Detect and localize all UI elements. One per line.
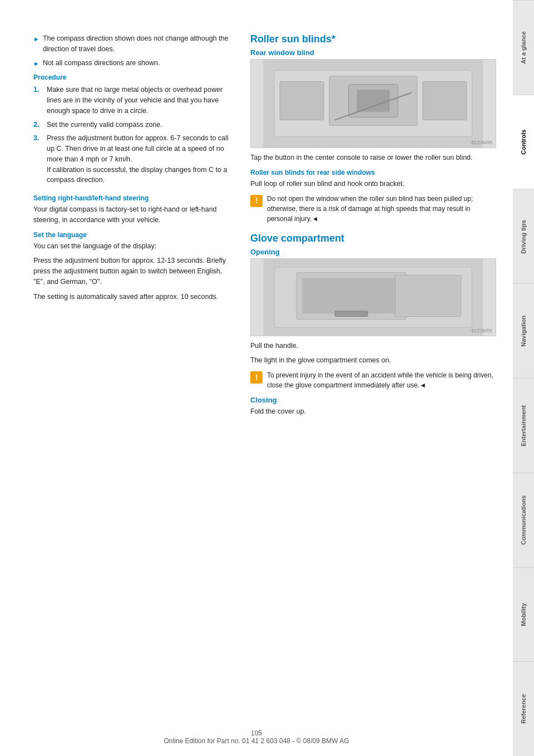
rear-window-description: Tap the button in the center console to … bbox=[250, 153, 496, 163]
rear-side-subtitle: Roller sun blinds for rear side windows bbox=[250, 169, 496, 176]
bullet-arrow-icon: ► bbox=[33, 35, 39, 44]
glove-compartment-title: Glove compartment bbox=[250, 233, 496, 244]
bullet-item-1: ► The compass direction shown does not c… bbox=[33, 33, 234, 55]
svg-rect-5 bbox=[280, 82, 324, 120]
setting-steering-section: Setting right-hand/left-hand steering Yo… bbox=[33, 194, 234, 225]
rear-window-svg bbox=[251, 60, 496, 148]
sidebar-tab-navigation[interactable]: Navigation bbox=[513, 283, 534, 378]
bullet-text-1: The compass direction shown does not cha… bbox=[43, 33, 234, 55]
set-language-body1: You can set the language of the display: bbox=[33, 241, 234, 252]
opening-description-1: Pull the handle. bbox=[250, 341, 496, 351]
set-language-body2: Press the adjustment button for approx. … bbox=[33, 256, 234, 287]
procedure-list: 1. Make sure that no large metal objects… bbox=[33, 85, 234, 185]
page-number: 105 bbox=[251, 729, 262, 737]
opening-subtitle: Opening bbox=[250, 248, 496, 256]
sidebar-tab-communications[interactable]: Communications bbox=[513, 473, 534, 567]
bullet-item-2: ► Not all compass directions are shown. bbox=[33, 58, 234, 68]
glove-compartment-image: 61236/05 bbox=[250, 258, 496, 336]
svg-rect-11 bbox=[302, 278, 400, 313]
svg-rect-12 bbox=[335, 311, 368, 316]
glove-warning-box: ! To prevent injury in the event of an a… bbox=[250, 370, 496, 390]
bullet-text-2: Not all compass directions are shown. bbox=[43, 58, 160, 68]
setting-steering-body: Your digital compass is factory-set to r… bbox=[33, 204, 234, 225]
sidebar-tab-entertainment[interactable]: Entertainment bbox=[513, 378, 534, 473]
glove-compartment-svg bbox=[251, 259, 496, 336]
sidebar-tab-at-a-glance[interactable]: At a glance bbox=[513, 0, 534, 95]
procedure-step-3: 3. Press the adjustment button for appro… bbox=[33, 133, 234, 185]
left-column: ► The compass direction shown does not c… bbox=[33, 33, 234, 734]
svg-rect-6 bbox=[423, 82, 467, 120]
rear-side-description: Pull loop of roller sun blind and hook o… bbox=[250, 179, 496, 189]
bullet-arrow-icon-2: ► bbox=[33, 59, 39, 68]
warning-icon-1: ! bbox=[250, 195, 263, 207]
rear-window-image: 61236/05 bbox=[250, 59, 496, 148]
sidebar: At a glance Controls Driving tips Naviga… bbox=[513, 0, 534, 756]
right-column: Roller sun blinds* Rear window blind bbox=[250, 33, 496, 734]
svg-rect-15 bbox=[395, 275, 461, 316]
copyright-text: Online Edition for Part no. 01 41 2 603 … bbox=[164, 737, 349, 745]
roller-sun-blinds-title: Roller sun blinds* bbox=[250, 33, 496, 45]
svg-rect-4 bbox=[357, 90, 389, 112]
procedure-title: Procedure bbox=[33, 73, 234, 81]
roller-warning-box: ! Do not open the window when the roller… bbox=[250, 194, 496, 224]
closing-description: Fold the cover up. bbox=[250, 406, 496, 417]
image-watermark-1: 61236/05 bbox=[471, 140, 492, 145]
roller-warning-text: Do not open the window when the roller s… bbox=[267, 194, 496, 224]
sidebar-tab-reference[interactable]: Reference bbox=[513, 661, 534, 756]
procedure-step-2: 2. Set the currently valid compass zone. bbox=[33, 120, 234, 130]
rear-window-subtitle: Rear window blind bbox=[250, 48, 496, 57]
glove-warning-text: To prevent injury in the event of an acc… bbox=[267, 370, 496, 390]
setting-steering-title: Setting right-hand/left-hand steering bbox=[33, 194, 234, 202]
sidebar-tab-mobility[interactable]: Mobility bbox=[513, 567, 534, 662]
warning-icon-2: ! bbox=[250, 371, 263, 384]
page-footer: 105 Online Edition for Part no. 01 41 2 … bbox=[0, 729, 513, 745]
image-watermark-2: 61236/05 bbox=[471, 328, 492, 333]
set-language-title: Set the language bbox=[33, 231, 234, 239]
sidebar-tab-driving-tips[interactable]: Driving tips bbox=[513, 189, 534, 284]
set-language-section: Set the language You can set the languag… bbox=[33, 231, 234, 302]
sidebar-tab-controls[interactable]: Controls bbox=[513, 95, 534, 189]
closing-subtitle: Closing bbox=[250, 396, 496, 404]
procedure-step-1: 1. Make sure that no large metal objects… bbox=[33, 85, 234, 116]
set-language-body3: The setting is automatically saved after… bbox=[33, 292, 234, 302]
opening-description-2: The light in the glove compartment comes… bbox=[250, 355, 496, 366]
